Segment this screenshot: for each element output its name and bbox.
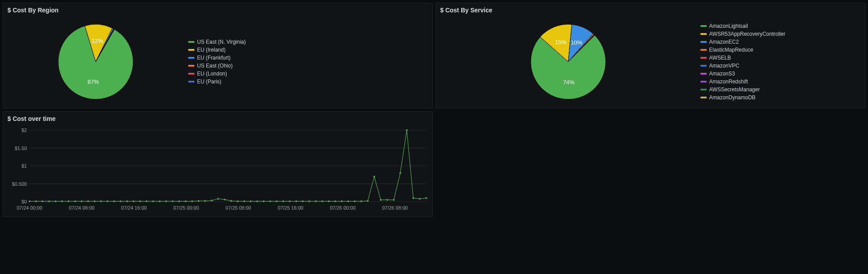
line-point[interactable]	[120, 200, 122, 202]
legend-item[interactable]: AWSR53AppRecoveryController	[700, 31, 786, 37]
line-point[interactable]	[48, 200, 50, 202]
legend-label: AmazonRedshift	[709, 79, 748, 85]
line-point[interactable]	[139, 200, 141, 202]
line-point[interactable]	[55, 200, 56, 202]
line-point[interactable]	[217, 198, 219, 200]
line-point[interactable]	[289, 200, 291, 202]
legend-item[interactable]: AmazonVPC	[700, 63, 740, 69]
legend-item[interactable]: EU (Frankfurt)	[188, 55, 231, 61]
line-point[interactable]	[393, 199, 395, 201]
line-point[interactable]	[282, 200, 284, 202]
legend-item[interactable]: AmazonDynamoDB	[700, 94, 756, 101]
line-point[interactable]	[178, 200, 180, 202]
line-point[interactable]	[419, 198, 421, 200]
legend-item[interactable]: ElasticMapReduce	[700, 47, 753, 53]
line-point[interactable]	[204, 200, 206, 202]
line-point[interactable]	[386, 199, 388, 201]
legend-item[interactable]: US East (Ohio)	[188, 63, 233, 69]
legend-item[interactable]: AmazonEC2	[700, 39, 739, 45]
legend-item[interactable]: AWSSecretsManager	[700, 86, 760, 93]
line-point[interactable]	[263, 200, 264, 202]
line-point[interactable]	[126, 200, 128, 202]
pie-chart-region[interactable]: 87%12%	[3, 20, 188, 104]
legend-swatch	[188, 49, 194, 51]
line-point[interactable]	[321, 200, 323, 202]
legend-swatch	[188, 73, 194, 75]
line-point[interactable]	[87, 200, 89, 202]
line-point[interactable]	[412, 197, 414, 199]
legend-item[interactable]: AmazonLightsail	[700, 23, 748, 29]
legend-swatch	[700, 49, 707, 51]
line-point[interactable]	[230, 200, 232, 202]
line-point[interactable]	[237, 200, 238, 202]
line-point[interactable]	[250, 200, 252, 202]
legend-item[interactable]: EU (London)	[188, 71, 227, 77]
legend-label: AWSELB	[709, 55, 731, 61]
line-point[interactable]	[42, 200, 44, 202]
line-point[interactable]	[347, 200, 349, 202]
line-point[interactable]	[159, 200, 160, 202]
pie-slice-label: 74%	[563, 79, 574, 86]
legend-item[interactable]: AmazonRedshift	[700, 79, 748, 85]
line-point[interactable]	[35, 200, 37, 202]
line-point[interactable]	[367, 200, 369, 202]
legend-item[interactable]: EU (Paris)	[188, 79, 221, 85]
line-point[interactable]	[360, 200, 362, 202]
line-point[interactable]	[100, 200, 102, 202]
line-point[interactable]	[269, 200, 271, 202]
legend-swatch	[188, 81, 194, 83]
panel-title: $ Cost over time	[3, 112, 432, 126]
line-point[interactable]	[380, 199, 382, 201]
line-point[interactable]	[315, 200, 317, 202]
line-point[interactable]	[256, 200, 258, 202]
line-point[interactable]	[211, 200, 212, 202]
line-point[interactable]	[152, 200, 154, 202]
legend-swatch	[188, 57, 194, 59]
line-point[interactable]	[276, 200, 278, 202]
panel-title: $ Cost By Region	[3, 3, 432, 17]
panel-cost-over-time[interactable]: $ Cost over time $0$0.500$1$1.50$207/24 …	[3, 111, 433, 217]
line-point[interactable]	[308, 200, 310, 202]
line-point[interactable]	[328, 200, 330, 202]
line-point[interactable]	[94, 200, 96, 202]
panel-cost-by-service[interactable]: $ Cost By Service 74%15%10% AmazonLights…	[436, 3, 866, 109]
line-point[interactable]	[341, 200, 343, 202]
line-point[interactable]	[185, 200, 186, 202]
legend-label: EU (London)	[197, 71, 227, 77]
panel-cost-by-region[interactable]: $ Cost By Region 87%12% US East (N. Virg…	[3, 3, 433, 109]
line-point[interactable]	[113, 200, 115, 202]
legend-item[interactable]: EU (Ireland)	[188, 47, 226, 53]
line-point[interactable]	[191, 200, 193, 202]
line-point[interactable]	[243, 200, 245, 202]
line-point[interactable]	[198, 200, 200, 202]
pie-chart-service[interactable]: 74%15%10%	[436, 20, 700, 104]
legend-swatch	[700, 73, 707, 75]
line-point[interactable]	[302, 200, 304, 202]
line-point[interactable]	[165, 200, 167, 202]
line-point[interactable]	[107, 200, 108, 202]
legend-item[interactable]: US East (N. Virginia)	[188, 39, 246, 45]
line-point[interactable]	[224, 199, 226, 200]
legend-item[interactable]: AWSELB	[700, 55, 731, 61]
line-point[interactable]	[406, 129, 408, 131]
line-point[interactable]	[399, 172, 401, 174]
line-point[interactable]	[68, 200, 70, 202]
line-point[interactable]	[81, 200, 82, 202]
line-point[interactable]	[295, 200, 297, 202]
line-point[interactable]	[146, 200, 148, 202]
line-point[interactable]	[172, 200, 174, 202]
legend-item[interactable]: AmazonS3	[700, 71, 735, 77]
line-point[interactable]	[74, 200, 76, 202]
line-point[interactable]	[29, 200, 30, 202]
line-point[interactable]	[373, 176, 375, 177]
line-point[interactable]	[133, 200, 134, 202]
line-chart[interactable]: $0$0.500$1$1.50$207/24 00:0007/24 08:000…	[3, 126, 431, 214]
line-point[interactable]	[354, 200, 356, 202]
legend-label: AmazonDynamoDB	[709, 94, 756, 101]
pie-slice-label: 10%	[570, 39, 582, 46]
legend-label: AmazonVPC	[709, 63, 740, 69]
line-point[interactable]	[61, 200, 63, 202]
x-axis-tick: 07/26 08:00	[382, 205, 408, 210]
line-point[interactable]	[334, 200, 336, 202]
line-point[interactable]	[425, 197, 427, 199]
